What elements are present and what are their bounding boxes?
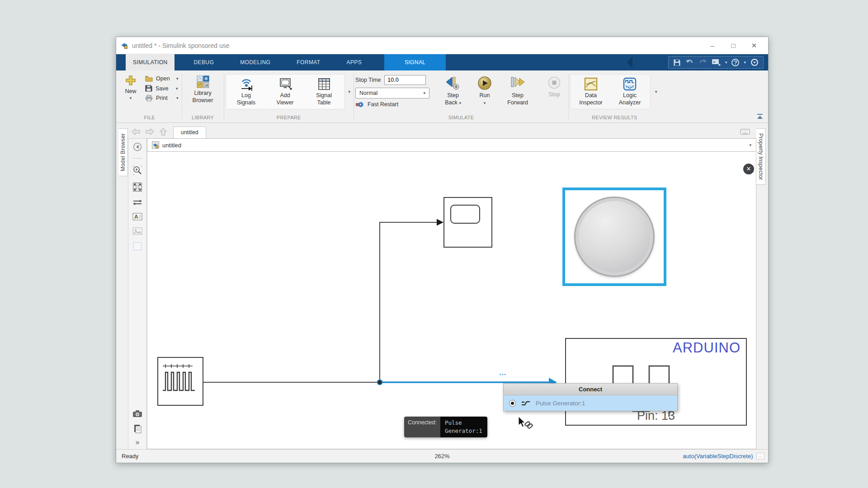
new-label: New (125, 88, 136, 94)
help-caret-icon[interactable]: ▾ (744, 60, 746, 65)
stop-time-input[interactable] (384, 75, 426, 85)
data-inspector-button[interactable]: Data Inspector (571, 76, 610, 106)
breadcrumb-caret-icon[interactable]: ▾ (749, 143, 751, 147)
undo-icon[interactable] (685, 59, 694, 66)
simulink-logo-icon (121, 42, 128, 49)
statusbar-grip-icon[interactable]: ... (756, 453, 764, 460)
property-inspector-tab[interactable]: Property Inspector (756, 128, 766, 185)
titlebar: untitled * - Simulink sponsored use – □ … (116, 37, 768, 54)
signal-table-icon (316, 77, 332, 91)
library-browser-button[interactable]: Library Browser (184, 74, 222, 104)
open-label: Open (156, 75, 173, 82)
logic-analyzer-icon (623, 77, 637, 91)
model-canvas[interactable]: ✕ (147, 152, 756, 449)
right-panel-strip: Property Inspector (756, 123, 768, 449)
quick-access-handle-icon (625, 56, 632, 68)
radio-selected-icon[interactable] (509, 400, 516, 407)
save-caret-icon: ▾ (176, 86, 178, 91)
run-caret-icon: ▾ (484, 101, 486, 105)
hide-model-browser-icon[interactable] (133, 142, 142, 151)
run-button[interactable]: Run▾ (476, 74, 494, 107)
status-zoom-level: 262% (434, 453, 449, 460)
print-button[interactable]: Print ▾ (145, 95, 179, 101)
simulation-mode-value: Normal (359, 90, 423, 96)
prepare-gallery-caret-icon[interactable]: ▾ (349, 89, 351, 94)
model-browser-tab[interactable]: Model Browser (118, 128, 128, 176)
redo-icon[interactable] (698, 59, 707, 66)
breadcrumb[interactable]: untitled ▾ (147, 138, 756, 152)
tab-debug[interactable]: DEBUG (186, 54, 221, 70)
collapse-ribbon-icon[interactable] (756, 113, 764, 120)
close-signal-mode-icon[interactable]: ✕ (743, 164, 754, 174)
review-gallery-caret-icon[interactable]: ▾ (655, 89, 657, 94)
step-back-caret-icon: ▾ (459, 101, 461, 105)
file-group-label: FILE (119, 114, 180, 122)
add-viewer-label: Add Viewer (274, 92, 297, 106)
print-icon (145, 95, 153, 101)
ribbon-tab-band: SIMULATION DEBUG MODELING FORMAT APPS SI… (116, 54, 768, 70)
fast-restart-toggle[interactable]: Fast Restart (355, 101, 433, 108)
step-back-button[interactable]: Step Back ▾ (440, 74, 466, 107)
tab-format[interactable]: FORMAT (289, 54, 327, 70)
new-button[interactable]: New ▾ (119, 74, 142, 100)
customize-caret-icon[interactable]: ▾ (725, 60, 727, 65)
wire-options-icon[interactable]: ... (499, 369, 506, 377)
customize-toolbar-icon[interactable]: » (712, 59, 721, 66)
run-label: Run (480, 92, 490, 99)
left-panel-strip: Model Browser (116, 123, 128, 449)
push-button-block-selected[interactable] (562, 188, 666, 286)
library-browser-label: Library Browser (189, 90, 217, 104)
stop-time-label: Stop Time (355, 77, 381, 83)
maximize-icon[interactable]: □ (723, 42, 744, 49)
run-icon (477, 76, 492, 90)
step-forward-label: Step Forward (507, 92, 528, 106)
keyboard-shortcuts-icon[interactable] (740, 129, 750, 135)
up-icon[interactable] (160, 128, 167, 136)
add-viewer-icon (278, 77, 293, 91)
tab-simulation[interactable]: SIMULATION (126, 54, 175, 70)
account-icon[interactable] (750, 58, 759, 66)
tab-modeling[interactable]: MODELING (233, 54, 278, 70)
breadcrumb-model-name[interactable]: untitled (162, 142, 746, 149)
print-caret-icon: ▾ (176, 96, 179, 100)
tab-signal[interactable]: SIGNAL (384, 54, 446, 70)
add-viewer-button[interactable]: Add Viewer (266, 76, 305, 106)
zoom-icon[interactable] (132, 165, 142, 175)
stop-button[interactable]: Stop (542, 74, 567, 98)
close-icon[interactable]: ✕ (744, 42, 764, 50)
save-button[interactable]: Save ▾ (145, 85, 179, 92)
logic-analyzer-button[interactable]: Logic Analyzer (610, 76, 649, 106)
tab-apps[interactable]: APPS (340, 54, 369, 70)
model-badge-icon (152, 141, 159, 149)
viewmark-icon[interactable] (133, 242, 142, 251)
status-solver[interactable]: auto(VariableStepDiscrete) (683, 453, 756, 460)
step-forward-button[interactable]: Step Forward (504, 74, 532, 107)
scope-block[interactable] (443, 197, 492, 248)
insert-image-icon[interactable] (132, 227, 142, 235)
pulse-generator-block[interactable] (157, 357, 203, 406)
help-icon[interactable]: ? (731, 59, 739, 66)
push-button-knob[interactable] (574, 197, 655, 277)
arduino-digital-output-block[interactable]: ARDUINO Pin: 13 (565, 338, 747, 426)
screenshot-icon[interactable] (132, 410, 142, 418)
annotation-icon[interactable]: A (132, 213, 142, 221)
minimize-icon[interactable]: – (702, 42, 723, 49)
signal-table-button[interactable]: Signal Table (305, 76, 344, 106)
forward-icon[interactable] (146, 128, 154, 135)
canvas-tool-palette: A » (128, 138, 147, 449)
simulink-window: untitled * - Simulink sponsored use – □ … (116, 37, 769, 463)
report-icon[interactable] (133, 424, 142, 433)
log-signals-button[interactable]: Log Signals (227, 76, 266, 106)
review-group-label: REVIEW RESULTS (570, 114, 659, 122)
logic-analyzer-label: Logic Analyzer (616, 92, 644, 106)
simulation-mode-select[interactable]: Normal ▾ (355, 88, 429, 99)
open-button[interactable]: Open ▾ (145, 75, 179, 82)
scope-screen (450, 205, 480, 224)
back-icon[interactable] (132, 128, 140, 135)
save-icon[interactable] (673, 59, 681, 66)
update-diagram-icon[interactable] (132, 199, 142, 206)
document-tab-untitled[interactable]: untitled (173, 127, 206, 138)
palette-more-icon[interactable]: » (136, 440, 140, 445)
fit-to-view-icon[interactable] (132, 182, 142, 192)
connect-popup-item[interactable]: Pulse Generator:1 (504, 395, 677, 411)
